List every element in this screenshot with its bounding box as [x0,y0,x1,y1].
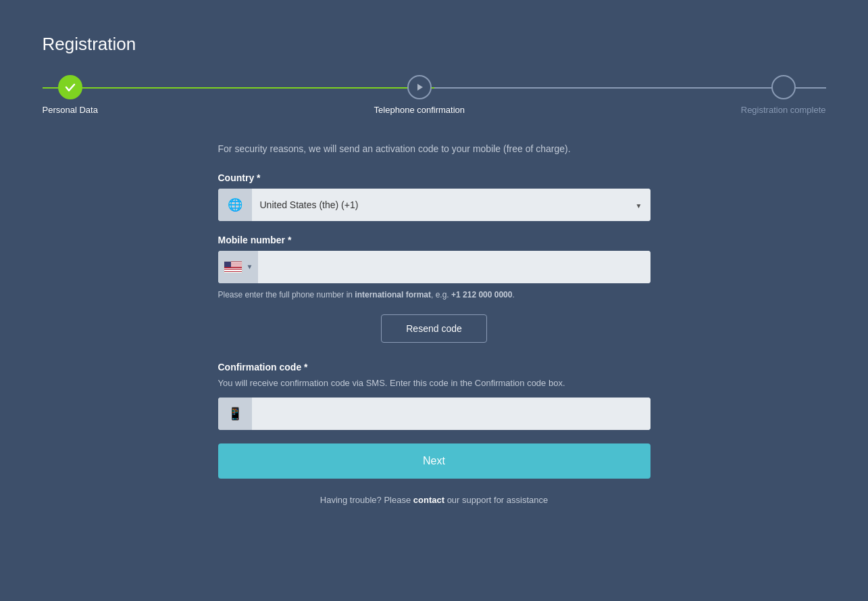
step-label-personal-data: Personal Data [43,105,98,115]
resend-code-button[interactable]: Resend code [381,314,487,343]
confirmation-section: Confirmation code * You will receive con… [218,362,650,431]
step-circle-complete [771,75,796,99]
step-label-telephone: Telephone confirmation [374,105,465,115]
phone-hint: Please enter the full phone number in in… [218,289,650,301]
stepper: Personal Data Telephone confirmation Reg… [43,75,826,115]
footer-contact-link[interactable]: contact [413,495,444,505]
hint-example: +1 212 000 0000 [451,290,512,299]
check-icon [64,81,76,93]
country-select[interactable]: United States (the) (+1) [252,189,650,221]
hint-bold: international format [355,290,431,299]
step-registration-complete: Registration complete [741,75,826,115]
footer-text: Having trouble? Please contact our suppo… [218,495,650,505]
flag-chevron-icon: ▼ [247,263,253,270]
mobile-label: Mobile number * [218,235,650,245]
play-icon [414,82,425,93]
confirmation-label: Confirmation code * [218,362,650,372]
phone-flag-dropdown[interactable]: ▼ [218,251,259,283]
hint-suffix: , e.g. [431,290,451,299]
page-title: Registration [43,34,826,55]
us-flag-icon [224,261,242,273]
form-description: For security reasons, we will send an ac… [218,142,650,156]
step-telephone-confirmation: Telephone confirmation [374,75,465,115]
step-circle-telephone [407,75,432,99]
svg-marker-0 [417,84,423,91]
country-label: Country * [218,172,650,183]
next-button[interactable]: Next [218,443,650,479]
country-section: Country * 🌐 United States (the) (+1) [218,172,650,221]
mobile-device-icon: 📱 [218,398,252,430]
step-circle-personal-data [58,75,82,99]
page-container: Registration Personal Data [16,14,853,588]
footer-prefix: Having trouble? Please [320,495,413,505]
mobile-number-input[interactable] [258,251,650,283]
globe-icon: 🌐 [218,189,252,221]
country-field-group: 🌐 United States (the) (+1) [218,189,650,221]
confirmation-field-group: 📱 [218,398,650,430]
stepper-steps: Personal Data Telephone confirmation Reg… [43,75,826,115]
form-area: For security reasons, we will send an ac… [218,142,650,506]
hint-end: . [512,290,514,299]
footer-suffix: our support for assistance [444,495,548,505]
hint-prefix: Please enter the full phone number in [218,290,355,299]
step-personal-data: Personal Data [43,75,98,115]
mobile-section: Mobile number * ▼ Please enter the full … [218,235,650,301]
mobile-field-group: ▼ [218,251,650,283]
country-select-wrapper[interactable]: United States (the) (+1) [252,189,650,221]
flag-canton [224,262,231,268]
confirmation-desc: You will receive confirmation code via S… [218,377,650,390]
resend-section: Resend code [218,314,650,343]
confirmation-code-input[interactable] [252,398,650,430]
step-label-complete: Registration complete [741,105,826,115]
